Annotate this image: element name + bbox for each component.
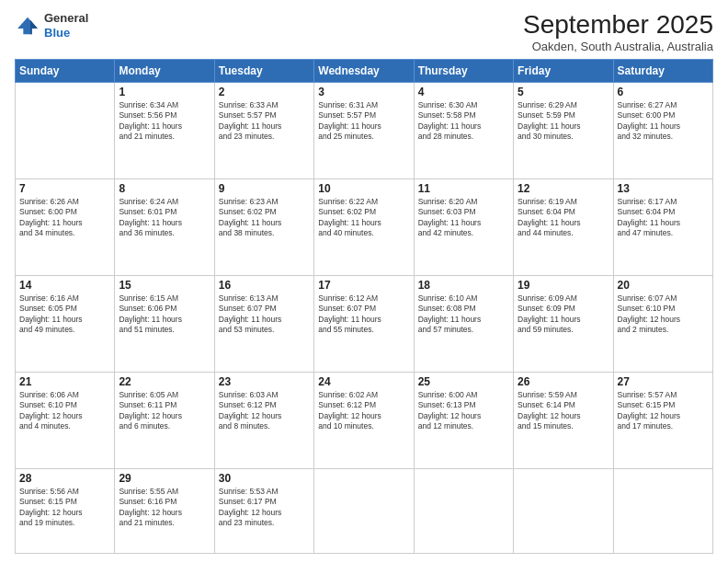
calendar-week-row: 1Sunrise: 6:34 AM Sunset: 5:56 PM Daylig… [16,82,713,178]
day-number: 30 [219,472,310,485]
col-thursday: Thursday [414,59,513,82]
table-row: 23Sunrise: 6:03 AM Sunset: 6:12 PM Dayli… [214,372,313,468]
table-row [414,468,513,553]
day-content: Sunrise: 6:29 AM Sunset: 5:59 PM Dayligh… [518,100,609,143]
table-row: 9Sunrise: 6:23 AM Sunset: 6:02 PM Daylig… [214,178,313,275]
logo: General Blue [15,11,88,40]
table-row: 4Sunrise: 6:30 AM Sunset: 5:58 PM Daylig… [414,82,513,178]
day-content: Sunrise: 6:06 AM Sunset: 6:10 PM Dayligh… [19,390,110,432]
day-content: Sunrise: 6:02 AM Sunset: 6:12 PM Dayligh… [318,390,409,432]
table-row: 27Sunrise: 5:57 AM Sunset: 6:15 PM Dayli… [613,372,712,468]
day-content: Sunrise: 6:13 AM Sunset: 6:07 PM Dayligh… [219,293,310,336]
day-number: 15 [119,279,210,292]
day-number: 27 [618,375,709,388]
location: Oakden, South Australia, Australia [523,40,713,53]
day-number: 29 [119,472,210,485]
calendar-week-row: 21Sunrise: 6:06 AM Sunset: 6:10 PM Dayli… [16,372,713,468]
table-row: 19Sunrise: 6:09 AM Sunset: 6:09 PM Dayli… [514,275,613,372]
day-number: 3 [318,86,409,98]
table-row: 7Sunrise: 6:26 AM Sunset: 6:00 PM Daylig… [16,178,115,275]
day-content: Sunrise: 5:57 AM Sunset: 6:15 PM Dayligh… [618,390,709,432]
day-content: Sunrise: 6:33 AM Sunset: 5:57 PM Dayligh… [219,100,310,143]
table-row [613,468,712,553]
day-content: Sunrise: 6:23 AM Sunset: 6:02 PM Dayligh… [219,197,310,239]
table-row: 14Sunrise: 6:16 AM Sunset: 6:05 PM Dayli… [16,275,115,372]
table-row: 28Sunrise: 5:56 AM Sunset: 6:15 PM Dayli… [16,468,115,553]
day-number: 18 [418,279,509,292]
month-title: September 2025 [523,11,713,40]
day-content: Sunrise: 6:22 AM Sunset: 6:02 PM Dayligh… [318,197,409,239]
day-content: Sunrise: 6:09 AM Sunset: 6:09 PM Dayligh… [518,293,609,336]
day-content: Sunrise: 6:10 AM Sunset: 6:08 PM Dayligh… [418,293,509,336]
svg-marker-1 [30,19,38,34]
logo-text: General Blue [44,11,88,40]
day-number: 24 [318,375,409,388]
table-row: 30Sunrise: 5:53 AM Sunset: 6:17 PM Dayli… [214,468,313,553]
table-row: 5Sunrise: 6:29 AM Sunset: 5:59 PM Daylig… [514,82,613,178]
calendar-week-row: 7Sunrise: 6:26 AM Sunset: 6:00 PM Daylig… [16,178,713,275]
day-content: Sunrise: 5:56 AM Sunset: 6:15 PM Dayligh… [19,487,110,529]
day-number: 1 [119,86,210,98]
col-tuesday: Tuesday [214,59,313,82]
day-content: Sunrise: 6:30 AM Sunset: 5:58 PM Dayligh… [418,100,509,143]
calendar-week-row: 14Sunrise: 6:16 AM Sunset: 6:05 PM Dayli… [16,275,713,372]
table-row: 16Sunrise: 6:13 AM Sunset: 6:07 PM Dayli… [214,275,313,372]
day-number: 16 [219,279,310,292]
day-number: 8 [119,182,210,195]
table-row: 25Sunrise: 6:00 AM Sunset: 6:13 PM Dayli… [414,372,513,468]
table-row: 10Sunrise: 6:22 AM Sunset: 6:02 PM Dayli… [314,178,414,275]
table-row: 22Sunrise: 6:05 AM Sunset: 6:11 PM Dayli… [115,372,214,468]
day-content: Sunrise: 6:07 AM Sunset: 6:10 PM Dayligh… [618,293,709,336]
day-number: 6 [618,86,709,98]
day-content: Sunrise: 5:53 AM Sunset: 6:17 PM Dayligh… [219,487,310,529]
day-content: Sunrise: 6:27 AM Sunset: 6:00 PM Dayligh… [618,100,709,143]
day-content: Sunrise: 6:16 AM Sunset: 6:05 PM Dayligh… [19,293,110,336]
day-number: 25 [418,375,509,388]
title-block: September 2025 Oakden, South Australia, … [523,11,713,53]
day-content: Sunrise: 6:31 AM Sunset: 5:57 PM Dayligh… [318,100,409,143]
col-sunday: Sunday [16,59,115,82]
table-row: 26Sunrise: 5:59 AM Sunset: 6:14 PM Dayli… [514,372,613,468]
table-row: 2Sunrise: 6:33 AM Sunset: 5:57 PM Daylig… [214,82,313,178]
table-row: 24Sunrise: 6:02 AM Sunset: 6:12 PM Dayli… [314,372,414,468]
day-number: 12 [518,182,609,195]
table-row: 8Sunrise: 6:24 AM Sunset: 6:01 PM Daylig… [115,178,214,275]
day-content: Sunrise: 6:20 AM Sunset: 6:03 PM Dayligh… [418,197,509,239]
day-content: Sunrise: 6:03 AM Sunset: 6:12 PM Dayligh… [219,390,310,432]
calendar-week-row: 28Sunrise: 5:56 AM Sunset: 6:15 PM Dayli… [16,468,713,553]
day-content: Sunrise: 6:15 AM Sunset: 6:06 PM Dayligh… [119,293,210,336]
header: General Blue September 2025 Oakden, Sout… [15,11,713,53]
day-number: 23 [219,375,310,388]
table-row: 11Sunrise: 6:20 AM Sunset: 6:03 PM Dayli… [414,178,513,275]
col-monday: Monday [115,59,214,82]
table-row: 20Sunrise: 6:07 AM Sunset: 6:10 PM Dayli… [613,275,712,372]
day-content: Sunrise: 6:17 AM Sunset: 6:04 PM Dayligh… [618,197,709,239]
day-number: 22 [119,375,210,388]
calendar-header-row: Sunday Monday Tuesday Wednesday Thursday… [16,59,713,82]
day-content: Sunrise: 6:24 AM Sunset: 6:01 PM Dayligh… [119,197,210,239]
table-row: 12Sunrise: 6:19 AM Sunset: 6:04 PM Dayli… [514,178,613,275]
calendar-table: Sunday Monday Tuesday Wednesday Thursday… [15,59,713,554]
table-row: 3Sunrise: 6:31 AM Sunset: 5:57 PM Daylig… [314,82,414,178]
day-number: 14 [19,279,110,292]
day-number: 17 [318,279,409,292]
table-row: 21Sunrise: 6:06 AM Sunset: 6:10 PM Dayli… [16,372,115,468]
table-row [16,82,115,178]
day-number: 19 [518,279,609,292]
day-number: 2 [219,86,310,98]
table-row: 13Sunrise: 6:17 AM Sunset: 6:04 PM Dayli… [613,178,712,275]
table-row: 17Sunrise: 6:12 AM Sunset: 6:07 PM Dayli… [314,275,414,372]
day-number: 28 [19,472,110,485]
day-number: 5 [518,86,609,98]
table-row [514,468,613,553]
day-content: Sunrise: 6:00 AM Sunset: 6:13 PM Dayligh… [418,390,509,432]
day-number: 4 [418,86,509,98]
day-number: 21 [19,375,110,388]
day-number: 7 [19,182,110,195]
day-number: 13 [618,182,709,195]
day-number: 11 [418,182,509,195]
day-content: Sunrise: 6:34 AM Sunset: 5:56 PM Dayligh… [119,100,210,143]
table-row: 6Sunrise: 6:27 AM Sunset: 6:00 PM Daylig… [613,82,712,178]
table-row: 1Sunrise: 6:34 AM Sunset: 5:56 PM Daylig… [115,82,214,178]
page: General Blue September 2025 Oakden, Sout… [0,0,728,563]
